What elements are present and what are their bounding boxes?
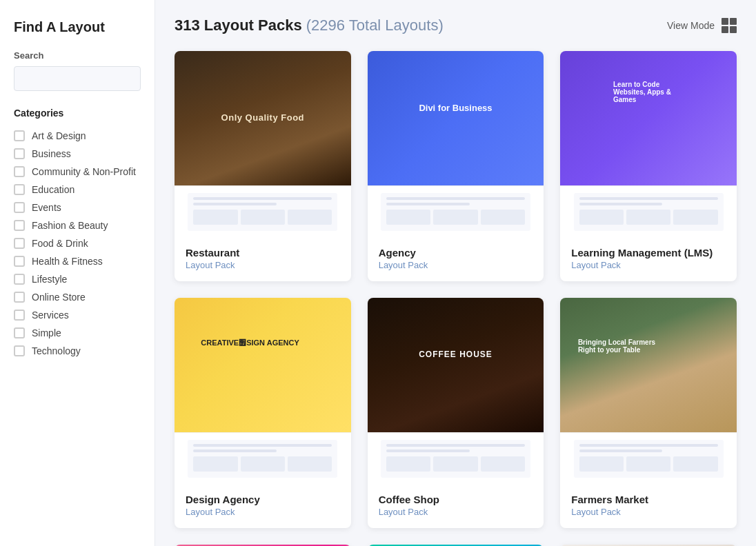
layout-card-agency[interactable]: Agency Layout Pack: [368, 51, 544, 281]
card-image-preview-farmers-market: [560, 298, 737, 432]
card-preview-bottom-farmers-market: [560, 432, 737, 484]
card-mockup-restaurant: [188, 193, 337, 231]
checkbox-education[interactable]: [14, 184, 25, 195]
layout-card-restaurant[interactable]: Restaurant Layout Pack: [175, 51, 351, 281]
card-preview-bottom-design-agency: [175, 432, 351, 484]
checkbox-health-fitness[interactable]: [14, 256, 25, 267]
sidebar-item-art-design[interactable]: Art & Design: [14, 127, 141, 145]
mockup-col-3: [481, 456, 525, 472]
checkbox-food-drink[interactable]: [14, 238, 25, 249]
sidebar-item-fashion-beauty[interactable]: Fashion & Beauty: [14, 216, 141, 234]
mockup-line-short: [193, 449, 277, 452]
category-label-services: Services: [32, 310, 69, 321]
sidebar-item-lifestyle[interactable]: Lifestyle: [14, 270, 141, 288]
mockup-cols: [386, 456, 525, 472]
mockup-line-full: [193, 444, 332, 447]
card-image-farmers-market: [560, 298, 737, 432]
view-mode-area: View Mode: [667, 18, 737, 33]
category-label-fashion-beauty: Fashion & Beauty: [32, 220, 108, 231]
checkbox-business[interactable]: [14, 148, 25, 159]
category-label-business: Business: [32, 148, 71, 159]
card-image-preview-coffee-shop: [368, 298, 544, 432]
mockup-col-3: [673, 456, 717, 472]
category-label-events: Events: [32, 202, 61, 213]
layout-grid: Restaurant Layout Pack Agen: [175, 51, 737, 546]
categories-list: Art & DesignBusinessCommunity & Non-Prof…: [14, 127, 141, 360]
mockup-line-short: [386, 449, 470, 452]
mockup-col-2: [241, 210, 285, 225]
sidebar-item-community-nonprofit[interactable]: Community & Non-Profit: [14, 163, 141, 181]
card-image-preview-restaurant: [175, 51, 351, 185]
sidebar-item-business[interactable]: Business: [14, 145, 141, 163]
sidebar-item-health-fitness[interactable]: Health & Fitness: [14, 252, 141, 270]
category-label-technology: Technology: [32, 345, 81, 356]
card-image-preview-agency: [368, 51, 544, 185]
layout-card-lms[interactable]: Learning Management (LMS) Layout Pack: [560, 51, 737, 281]
mockup-line-full: [193, 197, 332, 200]
mockup-line-full: [579, 444, 718, 447]
sidebar-item-food-drink[interactable]: Food & Drink: [14, 234, 141, 252]
checkbox-simple[interactable]: [14, 327, 25, 338]
layout-card-farmers-market[interactable]: Farmers Market Layout Pack: [560, 298, 737, 528]
search-input[interactable]: [14, 66, 141, 91]
checkbox-events[interactable]: [14, 202, 25, 213]
sidebar-item-education[interactable]: Education: [14, 181, 141, 199]
card-pack-type-design-agency: Layout Pack: [186, 507, 340, 517]
checkbox-community-nonprofit[interactable]: [14, 166, 25, 177]
card-pack-name-design-agency: Design Agency: [186, 494, 340, 505]
category-label-online-store: Online Store: [32, 292, 86, 303]
mockup-col-1: [193, 456, 237, 472]
card-preview-bottom-lms: [560, 185, 737, 237]
card-preview-bottom-agency: [368, 185, 544, 237]
checkbox-services[interactable]: [14, 310, 25, 321]
card-info-restaurant: Restaurant Layout Pack: [175, 237, 351, 281]
card-info-coffee-shop: Coffee Shop Layout Pack: [368, 484, 544, 528]
total-layouts-count: (2296 Total Layouts): [306, 17, 444, 34]
card-pack-name-restaurant: Restaurant: [186, 247, 340, 259]
card-pack-type-agency: Layout Pack: [379, 260, 533, 270]
mockup-line-short: [386, 203, 470, 205]
mockup-line-short: [579, 203, 663, 205]
checkbox-fashion-beauty[interactable]: [14, 220, 25, 231]
card-preview-bottom-coffee-shop: [368, 432, 544, 484]
card-image-restaurant: [175, 51, 351, 185]
card-image-preview-design-agency: [175, 298, 351, 432]
card-info-agency: Agency Layout Pack: [368, 237, 544, 281]
mockup-line-full: [579, 197, 718, 200]
category-label-art-design: Art & Design: [32, 130, 86, 141]
card-pack-type-farmers-market: Layout Pack: [571, 507, 726, 517]
mockup-col-3: [288, 210, 332, 225]
mockup-col-1: [579, 456, 624, 472]
main-header: 313 Layout Packs (2296 Total Layouts) Vi…: [175, 17, 737, 34]
mockup-col-1: [386, 210, 430, 225]
card-mockup-lms: [574, 193, 724, 231]
checkbox-technology[interactable]: [14, 345, 25, 356]
main-content: 313 Layout Packs (2296 Total Layouts) Vi…: [155, 0, 756, 546]
mockup-col-1: [386, 456, 430, 472]
mockup-col-2: [433, 210, 477, 225]
view-mode-label: View Mode: [667, 20, 715, 31]
layout-card-design-agency[interactable]: Design Agency Layout Pack: [175, 298, 351, 528]
card-image-preview-lms: [560, 51, 737, 185]
layout-pack-count: 313 Layout Packs: [175, 17, 302, 34]
mockup-line-full: [386, 197, 525, 200]
card-info-farmers-market: Farmers Market Layout Pack: [560, 484, 737, 528]
checkbox-online-store[interactable]: [14, 292, 25, 303]
sidebar-item-technology[interactable]: Technology: [14, 342, 141, 360]
card-image-design-agency: [175, 298, 351, 432]
card-image-agency: [368, 51, 544, 185]
checkbox-art-design[interactable]: [14, 130, 25, 141]
sidebar-item-services[interactable]: Services: [14, 306, 141, 324]
card-pack-name-coffee-shop: Coffee Shop: [379, 494, 533, 505]
mockup-cols: [193, 210, 332, 225]
mockup-col-3: [288, 456, 332, 472]
sidebar-item-events[interactable]: Events: [14, 199, 141, 216]
mockup-col-2: [626, 210, 670, 225]
layout-card-coffee-shop[interactable]: Coffee Shop Layout Pack: [368, 298, 544, 528]
sidebar-item-simple[interactable]: Simple: [14, 324, 141, 342]
main-title: 313 Layout Packs (2296 Total Layouts): [175, 17, 444, 34]
checkbox-lifestyle[interactable]: [14, 274, 25, 285]
mockup-line-short: [193, 203, 277, 205]
sidebar-item-online-store[interactable]: Online Store: [14, 288, 141, 306]
view-mode-button[interactable]: [722, 18, 737, 33]
